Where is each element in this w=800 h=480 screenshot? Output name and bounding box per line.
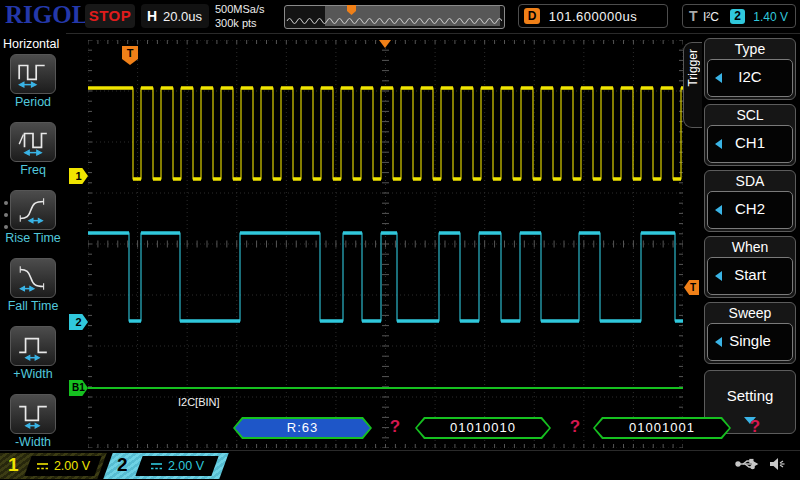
measure-item-period[interactable] xyxy=(10,54,56,94)
oscilloscope-screen: RIGOL STOP H 20.0us 500MSa/s 300k pts D … xyxy=(0,0,800,480)
waveform-canvas xyxy=(88,40,683,448)
channel2-scale: 2.00 V xyxy=(168,459,204,473)
channel1-scale: 2.00 V xyxy=(54,459,90,473)
channel1-number[interactable]: 1 xyxy=(8,454,19,476)
sample-rate: 500MSa/s xyxy=(215,2,265,16)
decode-bus-label: I2C[BIN] xyxy=(178,396,220,408)
delay-box: D 101.600000us xyxy=(518,4,668,28)
rigol-logo: RIGOL xyxy=(5,1,88,29)
decode-frame-text: 01010010 xyxy=(417,419,549,437)
decode-frame-data: 01010010 xyxy=(415,417,551,439)
plus-width-icon xyxy=(13,329,53,363)
speaker-icon xyxy=(769,457,786,471)
menu-group-label: Type xyxy=(705,39,795,59)
memory-position-bar xyxy=(284,5,505,29)
trigger-level-value: 1.40 V xyxy=(753,10,788,24)
sda-button[interactable]: CH2 xyxy=(707,191,793,229)
menu-group-sda: SDA CH2 xyxy=(704,170,796,232)
minus-width-icon xyxy=(13,397,53,431)
horizontal-measure-menu: Horizontal Period Freq xyxy=(0,33,66,450)
type-button[interactable]: I2C xyxy=(707,59,793,97)
measure-item-freq[interactable] xyxy=(10,122,56,162)
channel-status-bar: 1 2.00 V 2 2.00 V xyxy=(0,450,800,480)
menu-group-label: Sweep xyxy=(705,303,795,323)
scl-value: CH1 xyxy=(708,134,792,151)
channel1-scale-box[interactable]: 2.00 V xyxy=(24,456,101,476)
decode-frame-text: 01001001 xyxy=(595,419,729,437)
measure-item-label: Period xyxy=(0,95,66,109)
channel2-ground-marker[interactable]: 2 xyxy=(69,314,88,330)
trigger-menu-tab: Trigger xyxy=(683,42,702,128)
measure-item-rise-time[interactable] xyxy=(10,190,56,230)
measure-item-label: Fall Time xyxy=(0,299,66,313)
timebase-value: 20.0us xyxy=(163,9,202,24)
trigger-type: I²C xyxy=(703,10,719,24)
measure-item-label: -Width xyxy=(0,435,66,449)
decode-error-mark: ? xyxy=(567,417,583,437)
type-value: I2C xyxy=(708,68,792,85)
menu-group-type: Type I2C xyxy=(704,38,796,100)
when-button[interactable]: Start xyxy=(707,257,793,295)
menu-group-scl: SCL CH1 xyxy=(704,104,796,166)
dc-coupling-icon xyxy=(36,462,49,471)
measure-item-fall-time[interactable] xyxy=(10,258,56,298)
menu-group-label: SCL xyxy=(705,105,795,125)
waveform-display: I2C[BIN] R:63 ? 01010010 ? 01001001 ? xyxy=(88,40,683,448)
decode-frame-text: R:63 xyxy=(235,419,370,437)
rise-time-icon xyxy=(13,193,53,227)
fall-time-icon xyxy=(13,261,53,295)
trigger-tab-label: Trigger xyxy=(686,49,700,87)
measure-item-label: Rise Time xyxy=(0,231,66,245)
trigger-center-marker-icon xyxy=(379,40,391,48)
decode-frame-address: R:63 xyxy=(233,417,372,439)
measure-item-label: Freq xyxy=(0,163,66,177)
memory-waveform-icon xyxy=(285,6,502,26)
period-icon xyxy=(13,57,53,91)
status-bar: RIGOL STOP H 20.0us 500MSa/s 300k pts D … xyxy=(0,0,800,34)
freq-icon xyxy=(13,125,53,159)
delay-value: 101.600000us xyxy=(519,9,667,24)
when-value: Start xyxy=(708,266,792,283)
trigger-level-marker[interactable]: T xyxy=(684,280,699,295)
measure-item-minus-width[interactable] xyxy=(10,394,56,434)
menu-group-label: SDA xyxy=(705,171,795,191)
memory-depth: 300k pts xyxy=(215,16,265,30)
decode-bus-marker[interactable]: B1 xyxy=(69,380,88,396)
menu-group-label: When xyxy=(705,237,795,257)
decode-error-mark: ? xyxy=(747,417,763,437)
h-label: H xyxy=(147,8,157,24)
sweep-button[interactable]: Single xyxy=(707,323,793,361)
acquisition-info: 500MSa/s 300k pts xyxy=(215,2,265,30)
sweep-value: Single xyxy=(708,332,792,349)
decode-frame-data: 01001001 xyxy=(593,417,731,439)
trigger-source-badge: 2 xyxy=(730,9,745,24)
horizontal-timebase-box: H 20.0us xyxy=(141,4,209,28)
channel1-ground-marker[interactable]: 1 xyxy=(69,168,88,184)
measure-item-plus-width[interactable] xyxy=(10,326,56,366)
menu-group-when: When Start xyxy=(704,236,796,298)
decode-error-mark: ? xyxy=(387,417,403,437)
setting-label: Setting xyxy=(705,387,795,404)
measure-item-label: +Width xyxy=(0,367,66,381)
dc-coupling-icon xyxy=(150,462,163,471)
channel2-number[interactable]: 2 xyxy=(117,454,128,476)
left-menu-title: Horizontal xyxy=(3,37,59,51)
menu-group-sweep: Sweep Single xyxy=(704,302,796,364)
trigger-label: T xyxy=(689,8,698,24)
trigger-info-box: T I²C 2 1.40 V xyxy=(682,4,796,28)
sda-value: CH2 xyxy=(708,200,792,217)
channel2-scale-box[interactable]: 2.00 V xyxy=(135,456,218,476)
scl-button[interactable]: CH1 xyxy=(707,125,793,163)
run-state-badge: STOP xyxy=(85,4,135,28)
usb-icon xyxy=(735,458,761,470)
